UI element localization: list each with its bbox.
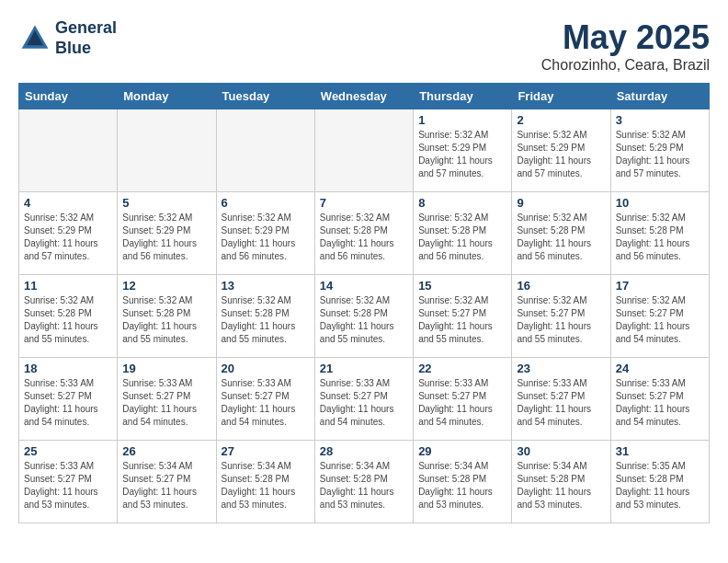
day-number: 8 (418, 196, 506, 210)
col-header-friday: Friday (512, 84, 610, 109)
day-cell (314, 109, 413, 192)
day-cell: 21Sunrise: 5:33 AM Sunset: 5:27 PM Dayli… (314, 358, 413, 441)
day-cell: 7Sunrise: 5:32 AM Sunset: 5:28 PM Daylig… (314, 192, 413, 275)
week-row-1: 1Sunrise: 5:32 AM Sunset: 5:29 PM Daylig… (19, 109, 710, 192)
day-info: Sunrise: 5:33 AM Sunset: 5:27 PM Dayligh… (418, 377, 506, 429)
day-number: 2 (517, 113, 605, 127)
day-number: 10 (616, 196, 704, 210)
week-row-3: 11Sunrise: 5:32 AM Sunset: 5:28 PM Dayli… (19, 275, 710, 358)
day-number: 18 (24, 362, 112, 375)
day-info: Sunrise: 5:32 AM Sunset: 5:28 PM Dayligh… (122, 294, 210, 346)
day-number: 28 (320, 444, 408, 458)
day-number: 24 (616, 362, 704, 375)
day-cell: 14Sunrise: 5:32 AM Sunset: 5:28 PM Dayli… (314, 275, 413, 358)
day-cell: 22Sunrise: 5:33 AM Sunset: 5:27 PM Dayli… (414, 358, 512, 441)
week-row-2: 4Sunrise: 5:32 AM Sunset: 5:29 PM Daylig… (19, 192, 710, 275)
day-info: Sunrise: 5:32 AM Sunset: 5:28 PM Dayligh… (222, 294, 310, 346)
day-number: 7 (320, 196, 408, 210)
day-number: 14 (320, 279, 408, 293)
day-number: 16 (517, 279, 605, 293)
day-info: Sunrise: 5:34 AM Sunset: 5:28 PM Dayligh… (517, 460, 605, 511)
day-cell: 5Sunrise: 5:32 AM Sunset: 5:29 PM Daylig… (118, 192, 216, 275)
day-cell: 20Sunrise: 5:33 AM Sunset: 5:27 PM Dayli… (216, 358, 314, 441)
day-cell: 25Sunrise: 5:33 AM Sunset: 5:27 PM Dayli… (19, 441, 118, 523)
day-number: 30 (517, 444, 605, 458)
day-cell (19, 109, 118, 192)
day-cell: 6Sunrise: 5:32 AM Sunset: 5:29 PM Daylig… (216, 192, 314, 275)
day-number: 5 (122, 196, 210, 210)
page-header: General Blue May 2025 Chorozinho, Ceara,… (18, 18, 710, 74)
col-header-monday: Monday (118, 84, 216, 109)
day-cell: 24Sunrise: 5:33 AM Sunset: 5:27 PM Dayli… (610, 358, 709, 441)
week-row-5: 25Sunrise: 5:33 AM Sunset: 5:27 PM Dayli… (19, 441, 710, 523)
day-number: 25 (24, 444, 112, 458)
day-info: Sunrise: 5:33 AM Sunset: 5:27 PM Dayligh… (24, 377, 112, 429)
title-block: May 2025 Chorozinho, Ceara, Brazil (541, 18, 710, 74)
day-info: Sunrise: 5:32 AM Sunset: 5:28 PM Dayligh… (320, 212, 408, 263)
day-info: Sunrise: 5:32 AM Sunset: 5:27 PM Dayligh… (616, 294, 704, 346)
day-info: Sunrise: 5:32 AM Sunset: 5:29 PM Dayligh… (517, 129, 605, 180)
day-info: Sunrise: 5:32 AM Sunset: 5:29 PM Dayligh… (616, 129, 704, 180)
day-cell: 12Sunrise: 5:32 AM Sunset: 5:28 PM Dayli… (118, 275, 216, 358)
day-cell: 17Sunrise: 5:32 AM Sunset: 5:27 PM Dayli… (610, 275, 709, 358)
col-header-tuesday: Tuesday (216, 84, 314, 109)
day-info: Sunrise: 5:32 AM Sunset: 5:29 PM Dayligh… (24, 212, 112, 263)
day-number: 21 (320, 362, 408, 375)
day-info: Sunrise: 5:32 AM Sunset: 5:28 PM Dayligh… (517, 212, 605, 263)
day-info: Sunrise: 5:33 AM Sunset: 5:27 PM Dayligh… (222, 377, 310, 429)
day-cell: 15Sunrise: 5:32 AM Sunset: 5:27 PM Dayli… (414, 275, 512, 358)
day-cell: 30Sunrise: 5:34 AM Sunset: 5:28 PM Dayli… (512, 441, 610, 523)
day-cell: 10Sunrise: 5:32 AM Sunset: 5:28 PM Dayli… (610, 192, 709, 275)
location: Chorozinho, Ceara, Brazil (541, 57, 710, 74)
day-info: Sunrise: 5:32 AM Sunset: 5:29 PM Dayligh… (122, 212, 210, 263)
day-cell: 28Sunrise: 5:34 AM Sunset: 5:28 PM Dayli… (314, 441, 413, 523)
day-number: 1 (418, 113, 506, 127)
day-number: 12 (122, 279, 210, 293)
day-number: 19 (122, 362, 210, 375)
day-info: Sunrise: 5:33 AM Sunset: 5:27 PM Dayligh… (24, 460, 112, 511)
day-number: 31 (616, 444, 704, 458)
day-cell: 11Sunrise: 5:32 AM Sunset: 5:28 PM Dayli… (19, 275, 118, 358)
header-row: SundayMondayTuesdayWednesdayThursdayFrid… (19, 84, 710, 109)
day-cell: 9Sunrise: 5:32 AM Sunset: 5:28 PM Daylig… (512, 192, 610, 275)
day-number: 20 (222, 362, 310, 375)
day-cell: 29Sunrise: 5:34 AM Sunset: 5:28 PM Dayli… (414, 441, 512, 523)
col-header-saturday: Saturday (610, 84, 709, 109)
week-row-4: 18Sunrise: 5:33 AM Sunset: 5:27 PM Dayli… (19, 358, 710, 441)
day-info: Sunrise: 5:34 AM Sunset: 5:28 PM Dayligh… (418, 460, 506, 511)
day-cell: 31Sunrise: 5:35 AM Sunset: 5:28 PM Dayli… (610, 441, 709, 523)
day-number: 11 (24, 279, 112, 293)
day-number: 6 (222, 196, 310, 210)
day-cell: 27Sunrise: 5:34 AM Sunset: 5:28 PM Dayli… (216, 441, 314, 523)
day-number: 17 (616, 279, 704, 293)
day-info: Sunrise: 5:33 AM Sunset: 5:27 PM Dayligh… (517, 377, 605, 429)
day-info: Sunrise: 5:32 AM Sunset: 5:27 PM Dayligh… (418, 294, 506, 346)
logo-text: General Blue (55, 18, 117, 58)
day-info: Sunrise: 5:32 AM Sunset: 5:29 PM Dayligh… (418, 129, 506, 180)
month-title: May 2025 (541, 18, 710, 57)
col-header-thursday: Thursday (414, 84, 512, 109)
day-info: Sunrise: 5:32 AM Sunset: 5:29 PM Dayligh… (222, 212, 310, 263)
day-number: 27 (222, 444, 310, 458)
day-number: 29 (418, 444, 506, 458)
day-info: Sunrise: 5:33 AM Sunset: 5:27 PM Dayligh… (122, 377, 210, 429)
day-info: Sunrise: 5:33 AM Sunset: 5:27 PM Dayligh… (320, 377, 408, 429)
col-header-wednesday: Wednesday (314, 84, 413, 109)
day-cell: 13Sunrise: 5:32 AM Sunset: 5:28 PM Dayli… (216, 275, 314, 358)
day-cell (118, 109, 216, 192)
day-info: Sunrise: 5:32 AM Sunset: 5:28 PM Dayligh… (320, 294, 408, 346)
day-cell: 8Sunrise: 5:32 AM Sunset: 5:28 PM Daylig… (414, 192, 512, 275)
day-cell (216, 109, 314, 192)
day-info: Sunrise: 5:32 AM Sunset: 5:28 PM Dayligh… (24, 294, 112, 346)
day-cell: 26Sunrise: 5:34 AM Sunset: 5:27 PM Dayli… (118, 441, 216, 523)
day-cell: 23Sunrise: 5:33 AM Sunset: 5:27 PM Dayli… (512, 358, 610, 441)
day-number: 23 (517, 362, 605, 375)
day-number: 22 (418, 362, 506, 375)
day-cell: 4Sunrise: 5:32 AM Sunset: 5:29 PM Daylig… (19, 192, 118, 275)
col-header-sunday: Sunday (19, 84, 118, 109)
day-number: 13 (222, 279, 310, 293)
day-cell: 18Sunrise: 5:33 AM Sunset: 5:27 PM Dayli… (19, 358, 118, 441)
day-cell: 2Sunrise: 5:32 AM Sunset: 5:29 PM Daylig… (512, 109, 610, 192)
day-number: 15 (418, 279, 506, 293)
day-info: Sunrise: 5:33 AM Sunset: 5:27 PM Dayligh… (616, 377, 704, 429)
